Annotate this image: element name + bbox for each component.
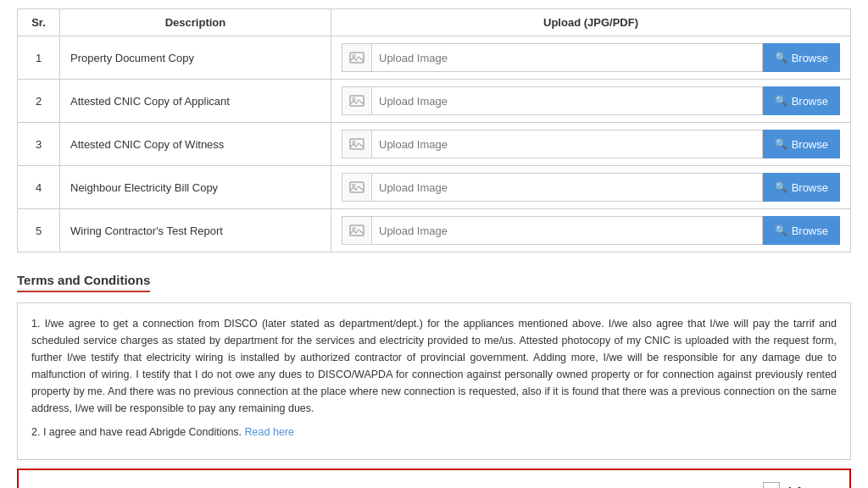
terms-paragraph-1: 1. I/we agree to get a connection from D…	[31, 315, 837, 417]
terms-p2-prefix: 2. I agree and have read Abrigde Conditi…	[31, 426, 242, 438]
upload-text-input[interactable]	[372, 43, 763, 72]
upload-text-input[interactable]	[372, 86, 763, 115]
description-cell: Attested CNIC Copy of Applicant	[60, 80, 331, 123]
col-header-description: Description	[60, 9, 331, 36]
upload-cell: 🔍 Browse	[331, 123, 851, 166]
sr-cell: 1	[18, 36, 60, 80]
image-preview-icon	[342, 130, 372, 158]
image-preview-icon	[342, 216, 372, 245]
upload-cell: 🔍 Browse	[331, 209, 851, 252]
col-header-sr: Sr.	[18, 9, 60, 36]
search-icon: 🔍	[775, 225, 787, 236]
search-icon: 🔍	[775, 95, 787, 107]
svg-rect-4	[350, 139, 364, 149]
upload-cell: 🔍 Browse	[331, 36, 851, 80]
i-agree-checkbox[interactable]	[763, 482, 780, 488]
svg-point-9	[353, 228, 355, 230]
svg-point-1	[353, 55, 355, 58]
terms-title: Terms and Conditions	[17, 273, 150, 292]
svg-rect-0	[350, 53, 364, 63]
browse-button[interactable]: 🔍 Browse	[763, 86, 840, 115]
upload-cell: 🔍 Browse	[331, 80, 851, 123]
upload-text-input[interactable]	[372, 173, 763, 202]
browse-button[interactable]: 🔍 Browse	[763, 216, 840, 245]
table-row: 1Property Document Copy 🔍 Browse	[18, 36, 851, 80]
svg-point-5	[353, 141, 355, 144]
description-cell: Neighbour Electricity Bill Copy	[60, 166, 331, 209]
image-preview-icon	[342, 173, 372, 202]
table-row: 5Wiring Contractor's Test Report 🔍 Brows…	[18, 209, 851, 252]
svg-rect-2	[350, 96, 364, 106]
browse-button[interactable]: 🔍 Browse	[763, 43, 840, 72]
sr-cell: 3	[18, 123, 60, 166]
upload-text-input[interactable]	[372, 216, 763, 245]
agree-row: I Agree	[32, 482, 836, 488]
svg-rect-6	[350, 182, 364, 192]
description-cell: Wiring Contractor's Test Report	[60, 209, 331, 252]
upload-text-input[interactable]	[372, 130, 763, 158]
sr-cell: 4	[18, 166, 60, 209]
sr-cell: 2	[18, 80, 60, 123]
table-row: 4Neighbour Electricity Bill Copy 🔍 Brows…	[18, 166, 851, 209]
sr-cell: 5	[18, 209, 60, 252]
browse-button[interactable]: 🔍 Browse	[763, 130, 840, 158]
table-row: 2Attested CNIC Copy of Applicant 🔍 Brows…	[18, 80, 851, 123]
description-cell: Attested CNIC Copy of Witness	[60, 123, 331, 166]
search-icon: 🔍	[775, 138, 787, 150]
col-header-upload: Upload (JPG/PDF)	[331, 9, 851, 36]
upload-cell: 🔍 Browse	[331, 166, 851, 209]
browse-button[interactable]: 🔍 Browse	[763, 173, 840, 202]
svg-point-7	[353, 185, 355, 187]
page-wrapper: Sr. Description Upload (JPG/PDF) 1Proper…	[0, 0, 868, 488]
document-upload-table: Sr. Description Upload (JPG/PDF) 1Proper…	[17, 8, 851, 252]
search-icon: 🔍	[775, 181, 787, 193]
terms-box: 1. I/we agree to get a connection from D…	[17, 302, 851, 460]
agreement-area: I Agree Submit	[17, 469, 851, 488]
terms-paragraph-2: 2. I agree and have read Abrigde Conditi…	[31, 424, 837, 441]
read-here-link[interactable]: Read here	[245, 426, 294, 438]
i-agree-label: I Agree	[788, 484, 831, 489]
search-icon: 🔍	[775, 52, 787, 64]
terms-section: Terms and Conditions 1. I/we agree to ge…	[17, 273, 851, 488]
image-preview-icon	[342, 43, 372, 72]
svg-rect-8	[350, 225, 364, 236]
description-cell: Property Document Copy	[60, 36, 331, 80]
image-preview-icon	[342, 86, 372, 115]
table-row: 3Attested CNIC Copy of Witness 🔍 Browse	[18, 123, 851, 166]
svg-point-3	[353, 98, 355, 101]
